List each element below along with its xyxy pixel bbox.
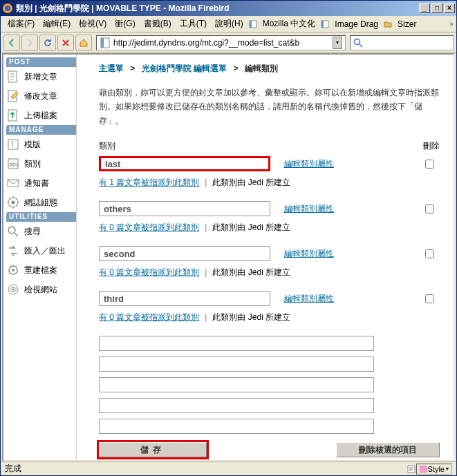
- sidebar-label: 通知書: [24, 178, 49, 189]
- created-by-text: 此類別由 Jedi 所建立: [212, 312, 290, 322]
- reload-icon: [43, 38, 53, 48]
- new-category-input[interactable]: [99, 398, 374, 413]
- category-name-input[interactable]: [99, 246, 270, 261]
- rebuild-icon: [6, 263, 20, 277]
- new-category-input[interactable]: [99, 377, 374, 392]
- delete-checkbox[interactable]: [425, 294, 434, 303]
- bookmark-icon: [321, 20, 329, 28]
- new-category-input[interactable]: [99, 336, 374, 351]
- url-input[interactable]: [113, 38, 333, 48]
- save-button[interactable]: 儲存: [99, 442, 207, 457]
- breadcrumb-site[interactable]: 光劍格鬥學院 編輯選單: [142, 64, 227, 73]
- sidebar-label: 匯入／匯出: [24, 245, 66, 257]
- sidebar-label: 重建檔案: [24, 265, 57, 276]
- new-categories: [99, 336, 440, 434]
- menu-bar: 檔案(F) 編輯(E) 檢視(V) 衝(G) 書籤(B) 工具(T) 說明(H)…: [1, 16, 456, 32]
- menu-tools[interactable]: 工具(T): [176, 17, 211, 31]
- bookmark-imagedrag[interactable]: Image Drag: [330, 18, 382, 30]
- sidebar-label: 檢視網站: [24, 284, 57, 296]
- svg-rect-5: [321, 21, 324, 28]
- menu-bookmarks[interactable]: 書籤(B): [140, 17, 176, 31]
- minimize-button[interactable]: _: [419, 3, 430, 13]
- page-icon: [100, 37, 111, 48]
- style-selector[interactable]: Style ▾: [416, 464, 452, 475]
- delete-checkbox[interactable]: [425, 204, 434, 213]
- breadcrumb-root[interactable]: 主選單: [99, 64, 124, 73]
- delete-checkbox[interactable]: [425, 249, 434, 258]
- menu-view[interactable]: 檢視(V): [75, 17, 111, 31]
- nav-toolbar: ▾: [1, 32, 456, 53]
- svg-text:T: T: [10, 141, 15, 149]
- sidebar-item-new-entry[interactable]: 新增文章: [6, 67, 76, 86]
- folder-icon: [384, 20, 392, 28]
- main-panel: 主選單 > 光劍格鬥學院 編輯選單 > 編輯類別 藉由類別，妳可以更方便的封文章…: [77, 55, 454, 460]
- sidebar-item-view-site[interactable]: 檢視網站: [6, 280, 76, 299]
- reload-button[interactable]: [39, 35, 56, 51]
- window-title: 類別 | 光劍格鬥學院 | MOVABLE TYPE - Mozilla Fir…: [16, 3, 418, 15]
- entries-count-link[interactable]: 有 0 篇文章被指派到此類別: [99, 312, 199, 322]
- sidebar-item-notifications[interactable]: 通知書: [6, 173, 76, 193]
- new-category-input[interactable]: [99, 356, 374, 372]
- edit-category-link[interactable]: 編輯類別屬性: [284, 293, 334, 305]
- svg-rect-7: [101, 38, 104, 48]
- sidebar-item-templates[interactable]: T 模版: [6, 135, 76, 154]
- description: 藉由類別，妳可以更方便的封文章加以參考、彙整或顯示。妳可以在新增或編輯文章時指派…: [99, 86, 440, 128]
- edit-entry-icon: [6, 89, 20, 103]
- sidebar-header-manage: MANAGE: [6, 125, 76, 135]
- menu-file[interactable]: 檔案(F): [3, 17, 39, 31]
- notifications-icon: [6, 176, 20, 190]
- bookmark-sizer[interactable]: Sizer: [393, 18, 420, 30]
- edit-category-link[interactable]: 編輯類別屬性: [284, 248, 334, 260]
- edit-category-link[interactable]: 編輯類別屬性: [284, 158, 334, 170]
- edit-category-link[interactable]: 編輯類別屬性: [284, 203, 334, 215]
- entries-count-link[interactable]: 有 0 篇文章被指派到此類別: [99, 222, 199, 232]
- maximize-button[interactable]: □: [431, 3, 442, 13]
- created-by-text: 此類別由 Jedi 所建立: [212, 267, 290, 277]
- sidebar-item-edit-entry[interactable]: 修改文章: [6, 86, 76, 106]
- menu-help[interactable]: 說明(H): [211, 17, 248, 31]
- url-dropdown[interactable]: ▾: [333, 37, 342, 49]
- status-text: 完成: [5, 463, 21, 475]
- button-row: 儲存 刪除核選的項目: [99, 442, 440, 457]
- delete-checkbox[interactable]: [425, 160, 434, 169]
- forward-button[interactable]: [21, 35, 38, 51]
- menu-edit[interactable]: 編輯(E): [39, 17, 75, 31]
- entries-count-link[interactable]: 有 0 篇文章被指派到此類別: [99, 267, 199, 277]
- title-bar: 類別 | 光劍格鬥學院 | MOVABLE TYPE - Mozilla Fir…: [1, 1, 456, 16]
- breadcrumb: 主選單 > 光劍格鬥學院 編輯選單 > 編輯類別: [99, 63, 440, 75]
- category-name-input[interactable]: [99, 291, 270, 306]
- entries-count-link[interactable]: 有 1 篇文章被指派到此類別: [99, 178, 199, 187]
- home-button[interactable]: [75, 35, 92, 51]
- sidebar-item-import-export[interactable]: 匯入／匯出: [6, 241, 76, 260]
- script-icon[interactable]: [407, 464, 416, 474]
- sidebar-item-rebuild[interactable]: 重建檔案: [6, 260, 76, 280]
- bookmark-mozilla[interactable]: Mozilla 中文化: [259, 17, 320, 31]
- svg-point-23: [12, 289, 15, 291]
- sidebar-item-search[interactable]: 搜尋: [6, 222, 76, 241]
- back-button[interactable]: [3, 35, 20, 51]
- category-name-input[interactable]: [99, 201, 270, 216]
- categories-icon: abc: [6, 157, 20, 171]
- breadcrumb-current: 編輯類別: [245, 64, 278, 73]
- sidebar-item-upload[interactable]: 上傳檔案: [6, 106, 76, 125]
- menu-chevron-icon[interactable]: »: [449, 20, 454, 28]
- sidebar-item-config[interactable]: 網誌組態: [6, 193, 76, 212]
- close-button[interactable]: ×: [444, 3, 455, 13]
- search-bar[interactable]: [350, 35, 454, 50]
- home-icon: [79, 38, 88, 48]
- sidebar: POST 新增文章 修改文章 上傳檔案 MANAGE T 模版 abc 類別: [3, 55, 77, 460]
- sidebar-label: 上傳檔案: [24, 110, 57, 122]
- svg-point-1: [5, 6, 10, 11]
- sidebar-item-categories[interactable]: abc 類別: [6, 154, 76, 173]
- svg-rect-3: [250, 21, 252, 28]
- new-category-input[interactable]: [99, 419, 374, 434]
- stop-button[interactable]: [57, 35, 74, 51]
- config-icon: [6, 196, 20, 209]
- menu-go[interactable]: 衝(G): [111, 17, 139, 31]
- content-area: POST 新增文章 修改文章 上傳檔案 MANAGE T 模版 abc 類別: [2, 53, 455, 461]
- status-bar: 完成 Style ▾: [1, 461, 456, 475]
- url-bar[interactable]: ▾: [96, 35, 346, 50]
- delete-selected-button[interactable]: 刪除核選的項目: [336, 442, 440, 457]
- category-name-input[interactable]: [99, 156, 270, 171]
- arrow-right-icon: [25, 38, 35, 48]
